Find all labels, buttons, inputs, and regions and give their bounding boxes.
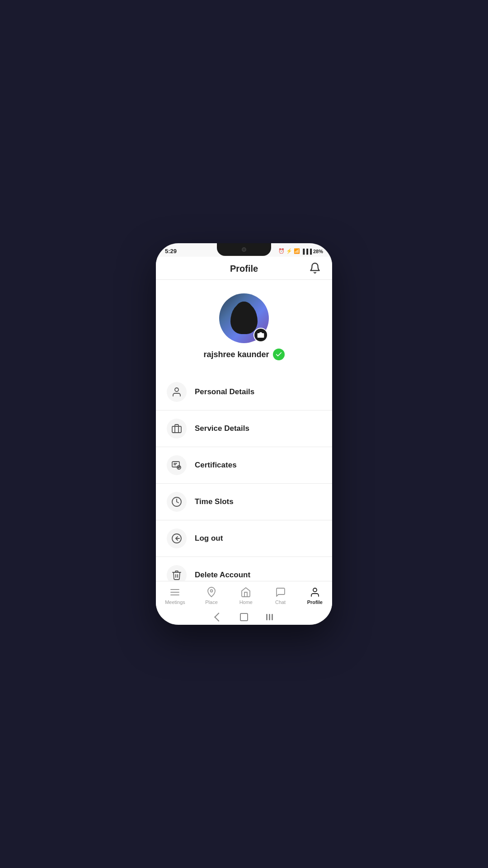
profile-nav-label: Profile — [307, 599, 323, 605]
change-photo-button[interactable] — [253, 328, 268, 342]
briefcase-icon — [171, 423, 182, 434]
svg-rect-2 — [172, 426, 181, 433]
delete-account-label: Delete Account — [195, 571, 250, 580]
personal-details-label: Personal Details — [195, 387, 254, 396]
service-details-label: Service Details — [195, 424, 249, 433]
menu-list: Personal Details Service Details — [156, 374, 332, 581]
nav-item-chat[interactable]: Chat — [267, 585, 294, 607]
meetings-nav-label: Meetings — [165, 599, 185, 605]
clock-icon — [171, 496, 182, 507]
home-nav-label: Home — [239, 599, 253, 605]
menu-item-personal-details[interactable]: Personal Details — [156, 374, 332, 410]
certificates-label: Certificates — [195, 461, 237, 470]
time-display: 5:29 — [165, 248, 177, 255]
username-text: rajshree kaunder — [203, 350, 269, 359]
verified-badge — [273, 349, 285, 360]
bottom-nav: Meetings Place Home — [156, 581, 332, 611]
svg-point-13 — [211, 590, 213, 592]
bell-icon — [309, 262, 321, 274]
page-header: Profile — [156, 257, 332, 280]
trash-icon — [171, 570, 182, 580]
bluetooth-icon: ⚡ — [286, 248, 292, 254]
nav-item-profile[interactable]: Profile — [301, 585, 328, 607]
svg-point-14 — [313, 588, 317, 592]
time-slots-icon-wrap — [167, 492, 187, 512]
time-slots-label: Time Slots — [195, 497, 234, 506]
camera-icon — [257, 331, 264, 339]
battery-display: 28% — [313, 249, 323, 254]
home-nav-icon — [240, 587, 251, 598]
menu-item-certificates[interactable]: Certificates — [156, 447, 332, 484]
checkmark-icon — [275, 351, 282, 358]
svg-point-1 — [175, 388, 178, 392]
recents-button[interactable] — [266, 614, 273, 620]
personal-details-icon-wrap — [167, 382, 187, 402]
nav-item-home[interactable]: Home — [232, 585, 259, 607]
person-icon — [171, 387, 182, 397]
profile-nav-icon — [310, 587, 320, 598]
certificates-icon-wrap — [167, 455, 187, 475]
menu-item-time-slots[interactable]: Time Slots — [156, 484, 332, 520]
chat-nav-label: Chat — [275, 599, 286, 605]
logout-label: Log out — [195, 534, 223, 543]
username-row: rajshree kaunder — [203, 349, 284, 360]
profile-section: rajshree kaunder — [156, 280, 332, 369]
service-details-icon-wrap — [167, 419, 187, 439]
avatar-wrapper — [219, 293, 269, 343]
nav-item-meetings[interactable]: Meetings — [160, 585, 191, 607]
menu-item-service-details[interactable]: Service Details — [156, 410, 332, 447]
chat-nav-icon — [275, 587, 286, 598]
place-nav-label: Place — [205, 599, 218, 605]
menu-item-delete-account[interactable]: Delete Account — [156, 557, 332, 581]
back-button[interactable] — [214, 613, 223, 622]
delete-account-icon-wrap — [167, 565, 187, 581]
alarm-icon: ⏰ — [278, 248, 285, 254]
menu-item-logout[interactable]: Log out — [156, 520, 332, 557]
certificate-icon — [171, 460, 182, 471]
home-button[interactable] — [240, 613, 248, 621]
signal-icon: ▐▐▐ — [301, 249, 312, 254]
meetings-nav-icon — [169, 587, 180, 598]
scroll-area: rajshree kaunder — [156, 280, 332, 581]
page-title: Profile — [230, 264, 258, 274]
android-nav-bar — [156, 611, 332, 625]
status-icons: ⏰ ⚡ 📶 ▐▐▐ 28% — [278, 248, 323, 254]
status-bar: 5:29 ⏰ ⚡ 📶 ▐▐▐ 28% — [156, 243, 332, 257]
notification-bell-button[interactable] — [306, 259, 324, 277]
wifi-icon: 📶 — [294, 248, 300, 254]
nav-item-place[interactable]: Place — [198, 585, 225, 607]
logout-icon-wrap — [167, 528, 187, 548]
place-nav-icon — [206, 587, 217, 598]
logout-icon — [171, 533, 182, 544]
